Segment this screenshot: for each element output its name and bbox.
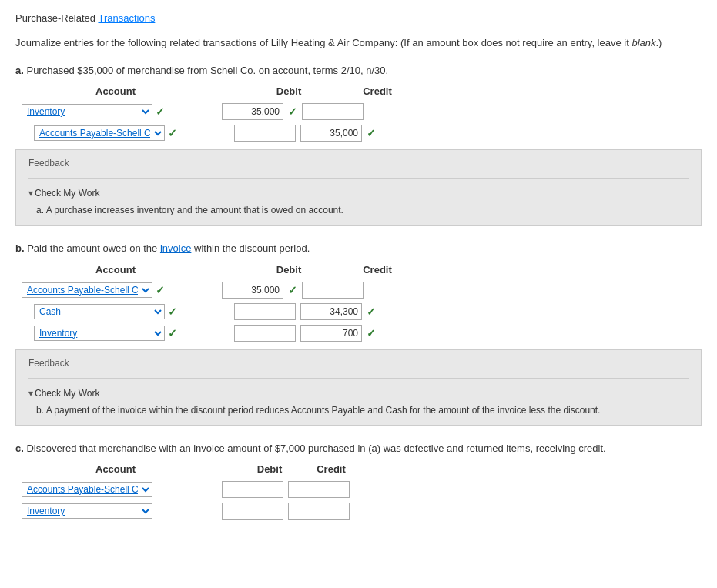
amount-group-a1: ✓: [222, 103, 364, 120]
account-select-wrap-c1: Inventory Accounts Payable-Schell Co. Ca…: [22, 482, 183, 497]
column-credit: Credit: [339, 85, 416, 97]
column-account-b: Account: [39, 264, 193, 276]
table-row: Inventory Accounts Payable-Schell Co. Ca…: [22, 103, 702, 120]
account-check-b2: ✓: [168, 306, 177, 318]
section-b-label: b. Paid the amount owed on the invoice w…: [15, 241, 702, 256]
section-a-header: Account Debit Credit: [39, 85, 702, 97]
feedback-title-b: Feedback: [28, 358, 689, 369]
debit-input-b3[interactable]: [234, 325, 296, 342]
feedback-box-b: Feedback ▾Check My Work b. A payment of …: [15, 349, 702, 426]
credit-input-a2[interactable]: [300, 125, 362, 142]
column-account: Account: [39, 85, 193, 97]
section-c-header: Account Debit Credit: [39, 463, 702, 475]
feedback-text-b: b. A payment of the invoice within the d…: [28, 403, 689, 417]
debit-check-b1: ✓: [288, 284, 297, 296]
check-my-work-a: ▾Check My Work: [28, 188, 689, 199]
column-debit-c: Debit: [239, 463, 300, 475]
debit-input-a2[interactable]: [234, 125, 296, 142]
debit-input-c1[interactable]: [222, 481, 283, 498]
account-check-a2: ✓: [168, 127, 177, 139]
amount-group-b2: ✓: [234, 303, 376, 320]
amount-group-c1: [222, 481, 350, 498]
column-debit: Debit: [239, 85, 339, 97]
column-credit-b: Credit: [339, 264, 416, 276]
section-a: a. Purchased $35,000 of merchandise from…: [15, 63, 702, 226]
credit-check-a2: ✓: [367, 127, 376, 139]
credit-input-a1[interactable]: [302, 103, 364, 120]
account-select-b1[interactable]: Inventory Accounts Payable-Schell Co. Ca…: [22, 282, 152, 298]
page-title: Purchase-Related Transactions: [15, 12, 702, 24]
account-check-b1: ✓: [156, 284, 165, 296]
amount-group-a2: ✓: [234, 125, 376, 142]
table-row: Inventory Accounts Payable-Schell Co. Ca…: [34, 125, 702, 142]
account-check-b3: ✓: [168, 327, 177, 339]
page-title-text: Purchase-Related Transactions: [15, 12, 155, 24]
credit-check-b2: ✓: [367, 306, 376, 318]
account-select-wrap-b2: Inventory Accounts Payable-Schell Co. Ca…: [34, 304, 196, 319]
debit-input-a1[interactable]: [222, 103, 283, 120]
account-select-c2[interactable]: Inventory Accounts Payable-Schell Co. Ca…: [22, 503, 152, 519]
account-select-b2[interactable]: Inventory Accounts Payable-Schell Co. Ca…: [34, 304, 165, 319]
debit-input-c2[interactable]: [222, 503, 283, 520]
amount-group-c2: [222, 503, 350, 520]
section-c: c. Discovered that merchandise with an i…: [15, 441, 702, 520]
credit-check-b3: ✓: [367, 327, 376, 339]
debit-check-a1: ✓: [288, 105, 297, 118]
column-account-c: Account: [39, 463, 193, 475]
credit-input-b3[interactable]: [300, 325, 362, 342]
amount-group-b1: ✓: [222, 282, 364, 299]
account-select-wrap-c2: Inventory Accounts Payable-Schell Co. Ca…: [22, 503, 183, 519]
feedback-title-a: Feedback: [28, 158, 689, 169]
table-row: Inventory Accounts Payable-Schell Co. Ca…: [34, 303, 702, 320]
section-b: b. Paid the amount owed on the invoice w…: [15, 241, 702, 426]
account-select-wrap-b3: Inventory Accounts Payable-Schell Co. Ca…: [34, 326, 196, 341]
column-credit-c: Credit: [300, 463, 362, 475]
check-my-work-b: ▾Check My Work: [28, 388, 689, 399]
credit-input-c2[interactable]: [288, 503, 350, 520]
table-row: Inventory Accounts Payable-Schell Co. Ca…: [22, 481, 702, 498]
feedback-box-a: Feedback ▾Check My Work a. A purchase in…: [15, 149, 702, 226]
account-select-wrap-b1: Inventory Accounts Payable-Schell Co. Ca…: [22, 282, 183, 298]
debit-input-b2[interactable]: [234, 303, 296, 320]
account-select-wrap: Inventory Accounts Payable-Schell Co. Ca…: [34, 125, 196, 141]
table-row: Inventory Accounts Payable-Schell Co. Ca…: [22, 282, 702, 299]
account-check-a1: ✓: [156, 105, 165, 118]
account-select-wrap: Inventory Accounts Payable-Schell Co. Ca…: [22, 104, 183, 119]
credit-input-c1[interactable]: [288, 481, 350, 498]
credit-input-b1[interactable]: [302, 282, 364, 299]
amount-group-b3: ✓: [234, 325, 376, 342]
credit-input-b2[interactable]: [300, 303, 362, 320]
section-b-header: Account Debit Credit: [39, 264, 702, 276]
column-debit-b: Debit: [239, 264, 339, 276]
account-select-a1[interactable]: Inventory Accounts Payable-Schell Co. Ca…: [22, 104, 152, 119]
table-row: Inventory Accounts Payable-Schell Co. Ca…: [22, 503, 702, 520]
feedback-text-a: a. A purchase increases inventory and th…: [28, 203, 689, 217]
account-select-c1[interactable]: Inventory Accounts Payable-Schell Co. Ca…: [22, 482, 152, 497]
account-select-b3[interactable]: Inventory Accounts Payable-Schell Co. Ca…: [34, 326, 165, 341]
section-a-label: a. Purchased $35,000 of merchandise from…: [15, 63, 702, 79]
account-select-a2[interactable]: Inventory Accounts Payable-Schell Co. Ca…: [34, 125, 165, 141]
instruction-text: Journalize entries for the following rel…: [15, 35, 702, 51]
section-c-label: c. Discovered that merchandise with an i…: [15, 441, 702, 456]
table-row: Inventory Accounts Payable-Schell Co. Ca…: [34, 325, 702, 342]
debit-input-b1[interactable]: [222, 282, 283, 299]
